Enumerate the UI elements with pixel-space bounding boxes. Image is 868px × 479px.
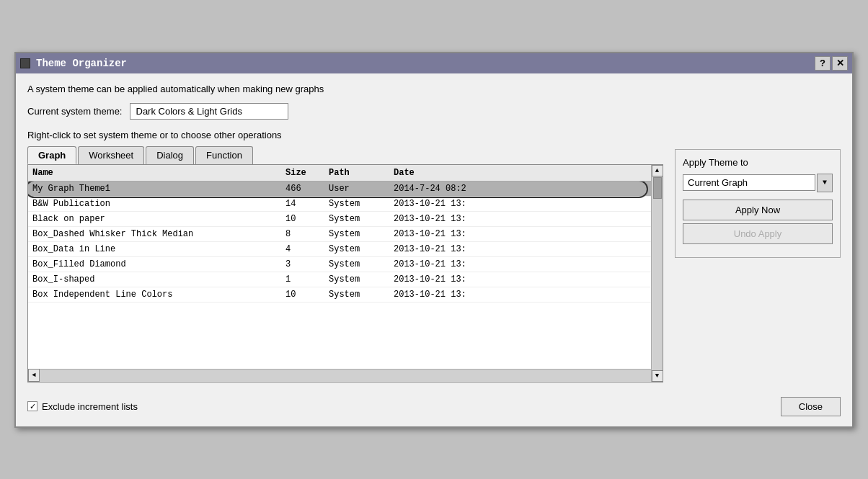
row-path: System bbox=[329, 290, 394, 300]
right-panel: Apply Theme to Current Graph ▼ Apply Now… bbox=[675, 146, 841, 258]
row-name: Box_Filled Diamond bbox=[32, 259, 285, 269]
theme-organizer-window: Theme Organizer ? ✕ A system theme can b… bbox=[14, 52, 854, 428]
dropdown-arrow-icon[interactable]: ▼ bbox=[817, 174, 833, 192]
hscroll-left-button[interactable]: ◄ bbox=[28, 369, 40, 382]
row-name: Black on paper bbox=[32, 214, 285, 224]
row-size: 14 bbox=[285, 199, 329, 209]
row-name: Box_Data in Line bbox=[32, 244, 285, 254]
apply-theme-label: Apply Theme to bbox=[683, 157, 833, 168]
table-row[interactable]: Box_Data in Line 4 System 2013-10-21 13: bbox=[28, 242, 651, 257]
exclude-increment-label: Exclude increment lists bbox=[42, 401, 138, 412]
horizontal-scrollbar[interactable]: ◄ ► bbox=[28, 369, 663, 382]
row-date: 2013-10-21 13: bbox=[394, 274, 647, 285]
theme-table: Name Size Path Date My Graph Theme1 bbox=[27, 164, 663, 382]
bottom-bar: ✓ Exclude increment lists Close bbox=[16, 390, 852, 426]
description-text: A system theme can be applied automatica… bbox=[27, 84, 841, 94]
help-button[interactable]: ? bbox=[815, 56, 831, 71]
table-wrapper: Name Size Path Date My Graph Theme1 bbox=[28, 165, 663, 382]
table-header: Name Size Path Date bbox=[28, 165, 651, 182]
row-size: 10 bbox=[285, 290, 329, 300]
title-bar: Theme Organizer ? ✕ bbox=[16, 53, 852, 73]
tab-bar: Graph Worksheet Dialog Function bbox=[27, 146, 663, 164]
row-path: System bbox=[329, 199, 394, 209]
row-name: B&W Publication bbox=[32, 199, 285, 209]
vertical-scrollbar[interactable]: ▲ ▼ bbox=[651, 165, 663, 382]
row-path: System bbox=[329, 214, 394, 224]
apply-theme-dropdown[interactable]: Current Graph bbox=[683, 174, 815, 191]
exclude-increment-checkbox[interactable]: ✓ bbox=[27, 401, 37, 411]
table-body[interactable]: My Graph Theme1 466 User 2014-7-24 08:2 … bbox=[28, 182, 651, 369]
window-close-button[interactable]: ✕ bbox=[832, 56, 848, 71]
row-date: 2013-10-21 13: bbox=[394, 229, 647, 239]
table-row[interactable]: Black on paper 10 System 2013-10-21 13: bbox=[28, 212, 651, 227]
row-size: 8 bbox=[285, 229, 329, 239]
table-row[interactable]: Box_I-shaped 1 System 2013-10-21 13: bbox=[28, 272, 651, 287]
table-row[interactable]: Box_Dashed Whisker Thick Median 8 System… bbox=[28, 227, 651, 242]
tab-worksheet[interactable]: Worksheet bbox=[78, 146, 144, 164]
row-path: User bbox=[329, 184, 394, 194]
row-path: System bbox=[329, 229, 394, 239]
undo-apply-button[interactable]: Undo Apply bbox=[683, 223, 833, 244]
col-size: Size bbox=[285, 168, 329, 178]
system-theme-row: Current system theme: Dark Colors & Ligh… bbox=[27, 103, 841, 120]
dropdown-row: Current Graph ▼ bbox=[683, 174, 833, 192]
scroll-thumb[interactable] bbox=[653, 177, 662, 199]
row-size: 4 bbox=[285, 244, 329, 254]
content-area: A system theme can be applied automatica… bbox=[16, 73, 852, 390]
row-path: System bbox=[329, 259, 394, 269]
window-icon bbox=[20, 58, 30, 68]
table-row[interactable]: Box_Filled Diamond 3 System 2013-10-21 1… bbox=[28, 257, 651, 272]
col-name: Name bbox=[32, 168, 285, 178]
col-date: Date bbox=[394, 168, 647, 178]
row-date: 2013-10-21 13: bbox=[394, 290, 647, 300]
row-date: 2014-7-24 08:2 bbox=[394, 184, 647, 194]
table-row[interactable]: B&W Publication 14 System 2013-10-21 13: bbox=[28, 197, 651, 212]
scroll-track[interactable] bbox=[652, 176, 663, 370]
title-bar-buttons: ? ✕ bbox=[815, 56, 848, 71]
main-area: Graph Worksheet Dialog Function Name Siz… bbox=[27, 146, 841, 382]
window-title: Theme Organizer bbox=[36, 58, 127, 69]
selected-row-wrapper: My Graph Theme1 466 User 2014-7-24 08:2 bbox=[28, 182, 651, 197]
hscroll-track[interactable] bbox=[40, 370, 651, 381]
table-row[interactable]: Box Independent Line Colors 10 System 20… bbox=[28, 287, 651, 303]
row-name: Box Independent Line Colors bbox=[32, 290, 285, 300]
apply-theme-group: Apply Theme to Current Graph ▼ Apply Now… bbox=[675, 149, 841, 258]
row-path: System bbox=[329, 274, 394, 285]
row-name: Box_Dashed Whisker Thick Median bbox=[32, 229, 285, 239]
row-date: 2013-10-21 13: bbox=[394, 259, 647, 269]
row-size: 1 bbox=[285, 274, 329, 285]
left-panel: Graph Worksheet Dialog Function Name Siz… bbox=[27, 146, 663, 382]
scroll-up-button[interactable]: ▲ bbox=[652, 165, 663, 176]
row-size: 466 bbox=[285, 184, 329, 194]
scroll-down-button[interactable]: ▼ bbox=[652, 370, 663, 382]
table-row[interactable]: My Graph Theme1 466 User 2014-7-24 08:2 bbox=[28, 182, 651, 197]
apply-now-button[interactable]: Apply Now bbox=[683, 200, 833, 220]
tab-function[interactable]: Function bbox=[195, 146, 253, 164]
col-path: Path bbox=[329, 168, 394, 178]
row-date: 2013-10-21 13: bbox=[394, 199, 647, 209]
row-path: System bbox=[329, 244, 394, 254]
row-size: 10 bbox=[285, 214, 329, 224]
right-click-hint: Right-click to set system theme or to ch… bbox=[27, 130, 841, 140]
tab-graph[interactable]: Graph bbox=[27, 146, 76, 164]
row-date: 2013-10-21 13: bbox=[394, 244, 647, 254]
row-name: My Graph Theme1 bbox=[32, 184, 285, 194]
title-bar-left: Theme Organizer bbox=[20, 58, 127, 69]
exclude-increment-row: ✓ Exclude increment lists bbox=[27, 401, 138, 412]
tab-dialog[interactable]: Dialog bbox=[146, 146, 194, 164]
close-button[interactable]: Close bbox=[781, 397, 841, 416]
row-size: 3 bbox=[285, 259, 329, 269]
system-theme-label: Current system theme: bbox=[27, 106, 123, 117]
row-date: 2013-10-21 13: bbox=[394, 214, 647, 224]
system-theme-value: Dark Colors & Light Grids bbox=[130, 103, 288, 120]
row-name: Box_I-shaped bbox=[32, 274, 285, 285]
